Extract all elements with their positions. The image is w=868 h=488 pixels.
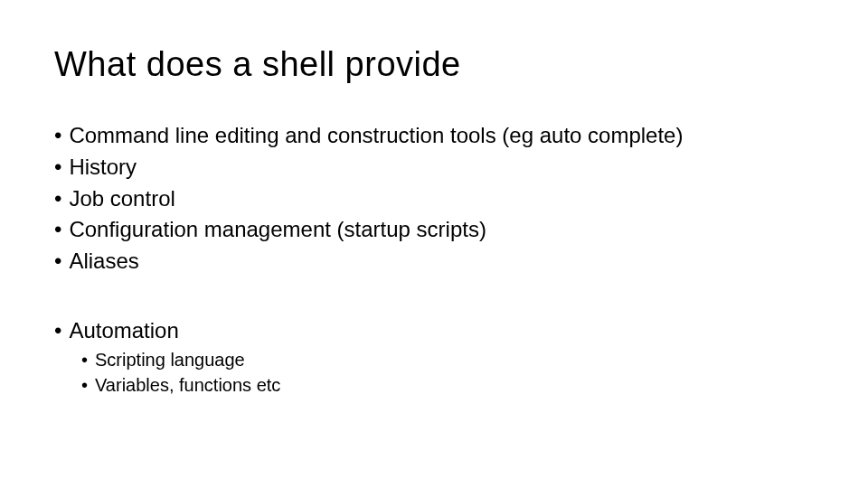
list-item: • History (54, 152, 814, 183)
list-item: • Configuration management (startup scri… (54, 214, 814, 246)
bullet-icon: • (54, 214, 61, 246)
list-item-text: Configuration management (startup script… (69, 214, 486, 246)
bullet-icon: • (54, 183, 61, 215)
list-item-text: Automation (69, 315, 178, 347)
bullet-group-1: • Command line editing and construction … (54, 120, 814, 277)
list-item: • Job control (54, 183, 814, 215)
bullet-icon: • (81, 372, 88, 398)
sub-list-item-text: Variables, functions etc (95, 372, 280, 398)
list-item-text: Aliases (69, 246, 138, 277)
sub-list-item: • Variables, functions etc (81, 372, 814, 398)
list-item-text: History (69, 152, 137, 183)
bullet-group-2: • Automation • Scripting language • Vari… (54, 315, 814, 398)
bullet-icon: • (54, 246, 61, 277)
sub-list-item: • Scripting language (81, 347, 814, 372)
bullet-icon: • (54, 152, 61, 183)
list-item-text: Command line editing and construction to… (69, 120, 683, 152)
bullet-icon: • (54, 315, 61, 347)
slide: What does a shell provide • Command line… (0, 0, 868, 398)
list-item-text: Job control (69, 183, 175, 215)
bullet-icon: • (54, 120, 61, 152)
list-item: • Aliases (54, 246, 814, 277)
slide-title: What does a shell provide (54, 45, 814, 84)
list-item: • Command line editing and construction … (54, 120, 814, 152)
bullet-icon: • (81, 347, 88, 372)
sub-list-item-text: Scripting language (95, 347, 245, 372)
list-item: • Automation (54, 315, 814, 347)
